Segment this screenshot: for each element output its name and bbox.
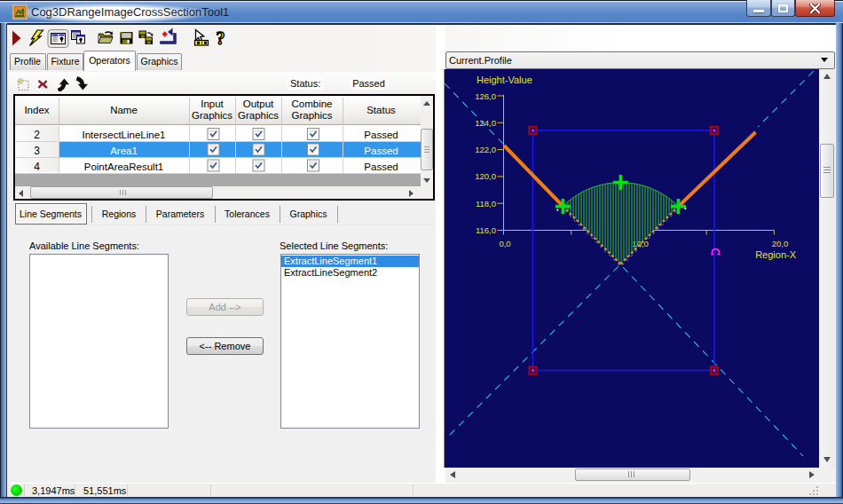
svg-text:?: ? [217, 28, 225, 48]
svg-text:124,0: 124,0 [475, 118, 496, 128]
svg-text:122,0: 122,0 [475, 145, 496, 154]
svg-text:20,0: 20,0 [772, 239, 789, 248]
svg-text:126,0: 126,0 [475, 91, 496, 101]
svg-text:116,0: 116,0 [476, 225, 496, 235]
svg-text:118,0: 118,0 [476, 199, 496, 209]
svg-text:120,0: 120,0 [475, 171, 496, 181]
svg-text:Height-Value: Height-Value [477, 75, 532, 85]
svg-text:0,0: 0,0 [499, 239, 510, 248]
svg-text:Region-X: Region-X [755, 249, 797, 260]
